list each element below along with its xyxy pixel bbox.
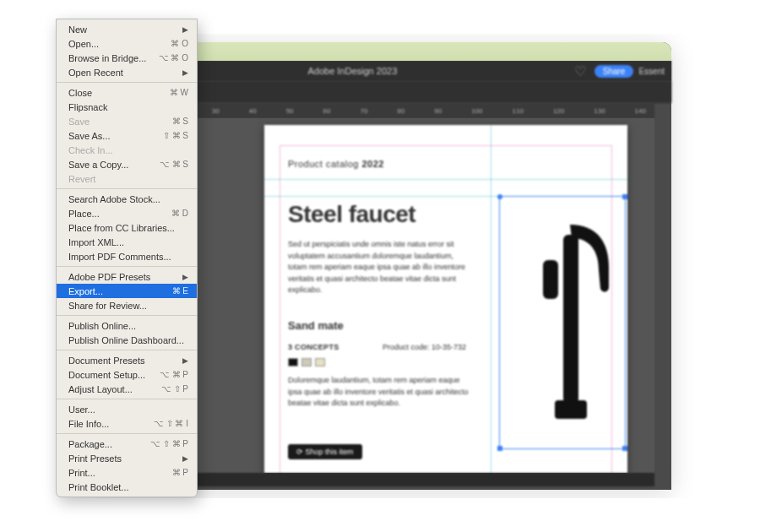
file-menu-file-info[interactable]: File Info...⌥ ⇧ ⌘ I [57,416,197,431]
faucet-image [518,209,619,437]
file-menu-flipsnack[interactable]: Flipsnack [57,100,197,114]
status-bar [129,473,654,486]
body-text-2: Doloremque laudantium, totam rem aperiam… [288,375,474,410]
chevron-right-icon: ▶ [182,67,188,79]
body-text: Sed ut perspiciatis unde omnis iste natu… [288,239,474,296]
headline: Steel faucet [288,201,415,228]
file-menu-print[interactable]: Print...⌘ P [57,465,197,480]
file-menu-place-from-cc-libraries[interactable]: Place from CC Libraries... [57,220,197,235]
workspace-switcher[interactable]: Essent [638,67,665,76]
file-menu-export[interactable]: Export...⌘ E [57,284,197,298]
lightbulb-icon[interactable]: ♡ [574,63,586,79]
caption: Product catalog 2022 [288,159,384,169]
file-menu-import-pdf-comments[interactable]: Import PDF Comments... [57,249,197,263]
svg-rect-2 [543,260,558,299]
file-menu-check-in: Check In... [57,143,197,157]
file-menu-browse-in-bridge[interactable]: Browse in Bridge...⌥ ⌘ O [57,51,197,65]
document-canvas[interactable]: Product catalog 2022 Steel faucet Sed ut… [129,118,654,473]
file-menu-print-presets[interactable]: Print Presets▶ [57,451,197,465]
file-menu-save-a-copy[interactable]: Save a Copy...⌥ ⌘ S [57,157,197,171]
file-menu-print-booklet[interactable]: Print Booklet... [57,480,197,494]
svg-rect-0 [563,235,578,404]
file-menu-dropdown: New▶Open...⌘ OBrowse in Bridge...⌥ ⌘ OOp… [56,19,198,497]
file-menu-place[interactable]: Place...⌘ D [57,206,197,220]
file-menu-share-for-review[interactable]: Share for Review... [57,298,197,312]
swatch-black [288,358,298,366]
guide [264,179,627,180]
menubar-item-layout[interactable]: Layout [155,0,200,14]
chevron-right-icon: ▶ [182,355,188,366]
share-button[interactable]: Share [594,65,634,78]
file-menu-open-recent[interactable]: Open Recent▶ [57,65,197,79]
swatch-sand [315,358,325,366]
file-menu-save-as[interactable]: Save As...⇧ ⌘ S [57,128,197,143]
file-menu-package[interactable]: Package...⌥ ⇧ ⌘ P [57,437,197,451]
page: Product catalog 2022 Steel faucet Sed ut… [264,125,627,473]
product-code: Product code: 10-35-732 [383,343,466,351]
swatch-beige [301,358,312,366]
file-menu-adjust-layout[interactable]: Adjust Layout...⌥ ⇧ P [57,382,197,396]
guide [491,125,491,473]
file-menu-search-adobe-stock[interactable]: Search Adobe Stock... [57,192,197,206]
horizontal-ruler: 102030405060708090100110120130140 [129,103,654,118]
file-menu-document-presets[interactable]: Document Presets▶ [57,353,197,367]
color-swatches [288,358,325,366]
svg-rect-1 [555,400,587,419]
file-menu-close[interactable]: Close⌘ W [57,85,197,100]
file-menu-revert: Revert [57,171,197,186]
file-menu-new[interactable]: New▶ [57,22,197,36]
concepts-label: 3 CONCEPTS [288,343,339,351]
file-menu-publish-online-dashboard[interactable]: Publish Online Dashboard... [57,333,197,347]
chevron-right-icon: ▶ [182,271,188,283]
file-menu-import-xml[interactable]: Import XML... [57,235,197,249]
chevron-right-icon: ▶ [182,24,188,35]
chevron-right-icon: ▶ [182,453,188,464]
file-menu-save: Save⌘ S [57,114,197,128]
file-menu-document-setup[interactable]: Document Setup...⌥ ⌘ P [57,367,197,382]
file-menu-open[interactable]: Open...⌘ O [57,36,197,51]
subheading: Sand mate [288,319,344,332]
file-menu-adobe-pdf-presets[interactable]: Adobe PDF Presets▶ [57,269,197,284]
file-menu-user[interactable]: User... [57,402,197,416]
file-menu-publish-online[interactable]: Publish Online... [57,318,197,333]
shop-button[interactable]: ⟳ Shop this item [288,444,362,459]
